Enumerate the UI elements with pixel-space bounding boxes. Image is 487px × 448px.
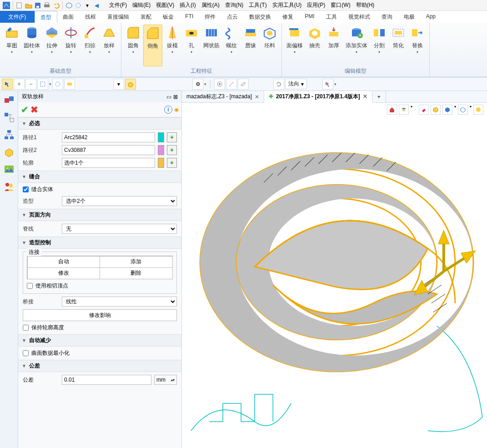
menu-edit[interactable]: 编辑(E)	[130, 0, 153, 10]
spine-select[interactable]: 无	[62, 224, 177, 234]
doc-tab-2[interactable]: ✚2017净原1.Z3 - [2017净原1.4版本]✕	[264, 91, 372, 103]
flame-icon[interactable]: ◉	[174, 106, 179, 113]
ribbon-loft[interactable]: 放样▾	[100, 25, 118, 66]
sel-direction-dropdown[interactable]: 法向▾	[285, 79, 307, 89]
sel-circle-button[interactable]	[52, 79, 63, 90]
btn-auto[interactable]: 自动	[27, 256, 100, 268]
path1-input[interactable]	[62, 132, 155, 142]
ribbon-simplify[interactable]: 简化	[389, 25, 407, 66]
menu-app[interactable]: 应用(P)	[304, 0, 328, 10]
menu-query[interactable]: 查询(N)	[222, 0, 246, 10]
ribbon-tab-surface[interactable]: 曲面	[57, 11, 80, 23]
sel-plus-button[interactable]: +	[14, 79, 25, 90]
sel-minus-button[interactable]: −	[25, 79, 36, 90]
ribbon-extrude[interactable]: 拉伸▾	[43, 25, 61, 66]
canvas-3d[interactable]	[182, 103, 487, 448]
ribbon-tab-repair[interactable]: 修复	[277, 11, 299, 23]
ribbon-lip[interactable]: 唇缘	[241, 25, 260, 66]
path2-input[interactable]	[62, 145, 155, 155]
tol-input[interactable]	[62, 375, 151, 385]
menu-util[interactable]: 实用工具(U)	[270, 0, 305, 10]
btn-add[interactable]: 添加	[100, 256, 173, 268]
ribbon-thicken[interactable]: 加厚	[325, 25, 343, 66]
save-icon[interactable]	[34, 2, 41, 9]
path1-pick-button[interactable]	[167, 132, 177, 142]
ribbon-tab-query[interactable]: 查询	[376, 11, 398, 23]
ribbon-tab-assembly[interactable]: 装配	[135, 11, 157, 23]
keep-height-checkbox[interactable]	[23, 325, 29, 331]
sel-filter-button[interactable]	[64, 79, 75, 90]
ribbon-tab-wireframe[interactable]: 线框	[80, 11, 102, 23]
lt-box-icon[interactable]	[3, 146, 15, 158]
ribbon-sketch[interactable]: 草图▾	[3, 25, 21, 66]
caret-down-icon[interactable]: ▾	[84, 2, 91, 9]
lt-users-icon[interactable]	[3, 180, 15, 193]
doc-tab-1-close[interactable]: ✕	[255, 94, 259, 100]
sel-face-button[interactable]	[125, 79, 136, 90]
info-icon[interactable]: i	[164, 106, 172, 114]
sel-target-button[interactable]	[214, 79, 225, 90]
ribbon-tab-electrode[interactable]: 电极	[398, 11, 421, 23]
sel-cursor-button[interactable]	[322, 79, 333, 90]
ribbon-tab-weld[interactable]: 焊件	[199, 11, 221, 23]
section-sew[interactable]: ▼缝合	[18, 171, 181, 183]
lt-hierarchy-icon[interactable]	[3, 128, 15, 141]
menu-attr[interactable]: 属性(A)	[199, 0, 222, 10]
sew-solid-checkbox[interactable]	[23, 186, 29, 192]
ribbon-replace[interactable]: 替换▾	[408, 25, 427, 66]
sel-refresh-button[interactable]	[273, 79, 284, 90]
rotate-icon[interactable]	[75, 2, 82, 9]
lt-image-icon[interactable]	[3, 163, 15, 176]
btn-mod[interactable]: 修改	[27, 267, 100, 279]
lt-assembly-icon[interactable]	[3, 94, 15, 106]
ribbon-sweep[interactable]: 扫掠▾	[81, 25, 99, 66]
ribbon-tab-directedit[interactable]: 直接编辑	[102, 11, 135, 23]
section-pagedir[interactable]: ▼页面方向	[18, 209, 181, 221]
menu-file[interactable]: 文件(F)	[106, 0, 130, 10]
menu-tools[interactable]: 工具(T)	[246, 0, 269, 10]
menu-help[interactable]: 帮助(H)	[353, 0, 377, 10]
confirm-button[interactable]: ✔	[21, 104, 29, 115]
ribbon-tab-dataexch[interactable]: 数据交换	[244, 11, 277, 23]
menu-window[interactable]: 窗口(W)	[328, 0, 353, 10]
ribbon-cylinder[interactable]: 圆柱体▾	[22, 25, 42, 66]
ribbon-tab-fti[interactable]: FTI	[180, 11, 199, 23]
sel-plane-button[interactable]	[238, 79, 249, 90]
shape-select[interactable]: 选中2个	[62, 196, 177, 206]
ribbon-hole[interactable]: 孔▾	[182, 25, 201, 66]
ribbon-tab-app[interactable]: App	[421, 11, 442, 23]
ribbon-faceoffset[interactable]: 面偏移▾	[285, 25, 305, 66]
ribbon-tab-pointcloud[interactable]: 点云	[221, 11, 244, 23]
doc-tab-add[interactable]: +	[372, 91, 386, 102]
profile-pick-button[interactable]	[167, 158, 177, 168]
cancel-button[interactable]: ✖	[30, 104, 38, 115]
ribbon-chamfer[interactable]: 倒角	[143, 25, 162, 66]
ribbon-tab-shape[interactable]: 造型	[35, 11, 57, 23]
hex-icon[interactable]	[65, 2, 73, 9]
ribbon-tab-sheetmetal[interactable]: 钣金	[157, 11, 180, 23]
sel-axis-button[interactable]	[226, 79, 237, 90]
caret-left-icon[interactable]: ◀	[93, 2, 100, 9]
tangent-checkbox[interactable]	[27, 283, 33, 289]
open-icon[interactable]	[25, 2, 32, 9]
sel-gear-button[interactable]: ⚙	[192, 79, 203, 90]
bridge-select[interactable]: 线性	[62, 297, 177, 307]
ribbon-tab-pmi[interactable]: PMI	[299, 11, 320, 23]
section-shapectrl[interactable]: ▼造型控制	[18, 237, 181, 249]
ribbon-draft[interactable]: 拔模▾	[163, 25, 181, 66]
ribbon-rib[interactable]: 网状筋	[201, 25, 221, 66]
section-required[interactable]: ▼必选	[18, 117, 181, 130]
ribbon-thread[interactable]: 螺纹▾	[222, 25, 241, 66]
ribbon-revolve[interactable]: 旋转▾	[62, 25, 80, 66]
sel-dropdown-button[interactable]: ▾	[113, 79, 124, 90]
ribbon-shell[interactable]: 抽壳	[306, 25, 324, 66]
lt-tree-icon[interactable]	[3, 111, 15, 124]
new-icon[interactable]	[16, 2, 23, 9]
btn-del[interactable]: 删除	[100, 267, 173, 279]
section-autoreduce[interactable]: ▼自动减少	[18, 334, 181, 347]
profile-input[interactable]	[62, 158, 155, 168]
doc-tab-2-close[interactable]: ✕	[363, 93, 367, 100]
task-close-icon[interactable]: ⊠	[173, 94, 178, 100]
minimize-checkbox[interactable]	[23, 350, 29, 356]
tol-unit[interactable]: mm▴▾	[154, 375, 177, 385]
